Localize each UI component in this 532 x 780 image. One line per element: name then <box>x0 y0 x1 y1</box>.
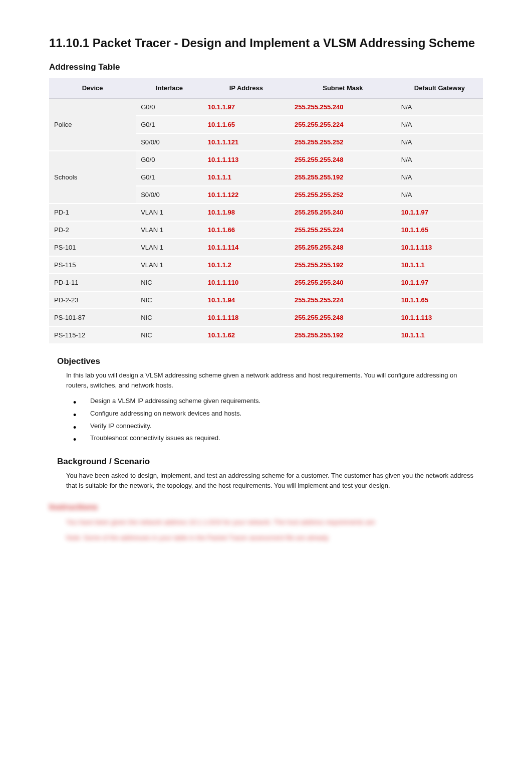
blurred-line: Note: Some of the addresses in your tabl… <box>66 533 483 543</box>
section-addressing-table: Addressing Table <box>49 62 483 72</box>
cell-mask: 255.255.255.252 <box>290 186 396 204</box>
cell-gateway: 10.1.1.65 <box>396 291 483 309</box>
th-device: Device <box>49 78 136 98</box>
cell-ip: 10.1.1.98 <box>203 204 290 221</box>
cell-interface: S0/0/0 <box>136 133 203 151</box>
cell-interface: NIC <box>136 291 203 309</box>
cell-interface: NIC <box>136 309 203 326</box>
cell-interface: NIC <box>136 326 203 344</box>
cell-interface: S0/0/0 <box>136 186 203 204</box>
table-row: PoliceG0/010.1.1.97255.255.255.240N/A <box>49 98 483 116</box>
table-row: PD-1VLAN 110.1.1.98255.255.255.24010.1.1… <box>49 204 483 221</box>
list-item: Design a VLSM IP addressing scheme given… <box>73 395 483 408</box>
cell-gateway: N/A <box>396 151 483 168</box>
cell-gateway: 10.1.1.97 <box>396 204 483 221</box>
cell-mask: 255.255.255.252 <box>290 133 396 151</box>
cell-gateway: N/A <box>396 186 483 204</box>
cell-gateway: N/A <box>396 116 483 133</box>
table-row: SchoolsG0/010.1.1.113255.255.255.248N/A <box>49 151 483 168</box>
cell-gateway: 10.1.1.113 <box>396 309 483 326</box>
cell-gateway: 10.1.1.65 <box>396 221 483 239</box>
cell-gateway: 10.1.1.97 <box>396 274 483 291</box>
cell-ip: 10.1.1.97 <box>203 98 290 116</box>
page-title: 11.10.1 Packet Tracer - Design and Imple… <box>49 35 483 51</box>
cell-mask: 255.255.255.224 <box>290 116 396 133</box>
cell-device: PS-101-87 <box>49 309 136 326</box>
blurred-block: Instructions You have been given the net… <box>49 502 483 543</box>
objectives-list: Design a VLSM IP addressing scheme given… <box>73 395 483 445</box>
cell-interface: G0/0 <box>136 151 203 168</box>
table-row: PS-115VLAN 110.1.1.2255.255.255.19210.1.… <box>49 256 483 274</box>
cell-device: PS-101 <box>49 239 136 256</box>
cell-ip: 10.1.1.113 <box>203 151 290 168</box>
cell-ip: 10.1.1.114 <box>203 239 290 256</box>
table-header-row: Device Interface IP Address Subnet Mask … <box>49 78 483 98</box>
cell-interface: VLAN 1 <box>136 221 203 239</box>
cell-mask: 255.255.255.192 <box>290 168 396 186</box>
cell-interface: G0/1 <box>136 116 203 133</box>
cell-interface: G0/0 <box>136 98 203 116</box>
table-row: PS-101VLAN 110.1.1.114255.255.255.24810.… <box>49 239 483 256</box>
cell-ip: 10.1.1.118 <box>203 309 290 326</box>
cell-mask: 255.255.255.240 <box>290 274 396 291</box>
cell-gateway: 10.1.1.1 <box>396 256 483 274</box>
cell-ip: 10.1.1.122 <box>203 186 290 204</box>
th-gateway: Default Gateway <box>396 78 483 98</box>
cell-ip: 10.1.1.1 <box>203 168 290 186</box>
cell-ip: 10.1.1.94 <box>203 291 290 309</box>
cell-device: PD-1-11 <box>49 274 136 291</box>
section-objectives: Objectives <box>57 356 483 366</box>
cell-mask: 255.255.255.192 <box>290 256 396 274</box>
cell-gateway: 10.1.1.1 <box>396 326 483 344</box>
cell-mask: 255.255.255.248 <box>290 151 396 168</box>
th-mask: Subnet Mask <box>290 78 396 98</box>
cell-mask: 255.255.255.224 <box>290 291 396 309</box>
cell-interface: G0/1 <box>136 168 203 186</box>
cell-ip: 10.1.1.121 <box>203 133 290 151</box>
cell-ip: 10.1.1.2 <box>203 256 290 274</box>
addressing-table: Device Interface IP Address Subnet Mask … <box>49 77 483 344</box>
th-ip: IP Address <box>203 78 290 98</box>
objectives-intro: In this lab you will design a VLSM addre… <box>66 370 477 390</box>
cell-mask: 255.255.255.240 <box>290 98 396 116</box>
section-background: Background / Scenario <box>57 457 483 467</box>
cell-device: PD-2-23 <box>49 291 136 309</box>
background-text: You have been asked to design, implement… <box>66 471 477 490</box>
th-interface: Interface <box>136 78 203 98</box>
cell-ip: 10.1.1.65 <box>203 116 290 133</box>
cell-interface: NIC <box>136 274 203 291</box>
cell-interface: VLAN 1 <box>136 256 203 274</box>
table-row: PD-2VLAN 110.1.1.66255.255.255.22410.1.1… <box>49 221 483 239</box>
blurred-heading: Instructions <box>49 502 483 512</box>
blurred-line: You have been given the network address … <box>66 517 483 528</box>
table-row: PD-2-23NIC10.1.1.94255.255.255.22410.1.1… <box>49 291 483 309</box>
list-item: Verify IP connectivity. <box>73 420 483 433</box>
cell-mask: 255.255.255.248 <box>290 239 396 256</box>
cell-gateway: N/A <box>396 133 483 151</box>
cell-device: Police <box>49 98 136 151</box>
table-row: PD-1-11NIC10.1.1.110255.255.255.24010.1.… <box>49 274 483 291</box>
cell-interface: VLAN 1 <box>136 204 203 221</box>
cell-device: PS-115-12 <box>49 326 136 344</box>
cell-ip: 10.1.1.66 <box>203 221 290 239</box>
cell-mask: 255.255.255.192 <box>290 326 396 344</box>
cell-mask: 255.255.255.240 <box>290 204 396 221</box>
cell-device: PS-115 <box>49 256 136 274</box>
cell-ip: 10.1.1.110 <box>203 274 290 291</box>
cell-gateway: N/A <box>396 98 483 116</box>
list-item: Troubleshoot connectivity issues as requ… <box>73 432 483 445</box>
list-item: Configure addressing on network devices … <box>73 408 483 420</box>
cell-gateway: 10.1.1.113 <box>396 239 483 256</box>
cell-gateway: N/A <box>396 168 483 186</box>
table-row: PS-101-87NIC10.1.1.118255.255.255.24810.… <box>49 309 483 326</box>
cell-device: PD-2 <box>49 221 136 239</box>
cell-ip: 10.1.1.62 <box>203 326 290 344</box>
cell-interface: VLAN 1 <box>136 239 203 256</box>
cell-mask: 255.255.255.248 <box>290 309 396 326</box>
cell-device: PD-1 <box>49 204 136 221</box>
cell-mask: 255.255.255.224 <box>290 221 396 239</box>
cell-device: Schools <box>49 151 136 204</box>
table-row: PS-115-12NIC10.1.1.62255.255.255.19210.1… <box>49 326 483 344</box>
